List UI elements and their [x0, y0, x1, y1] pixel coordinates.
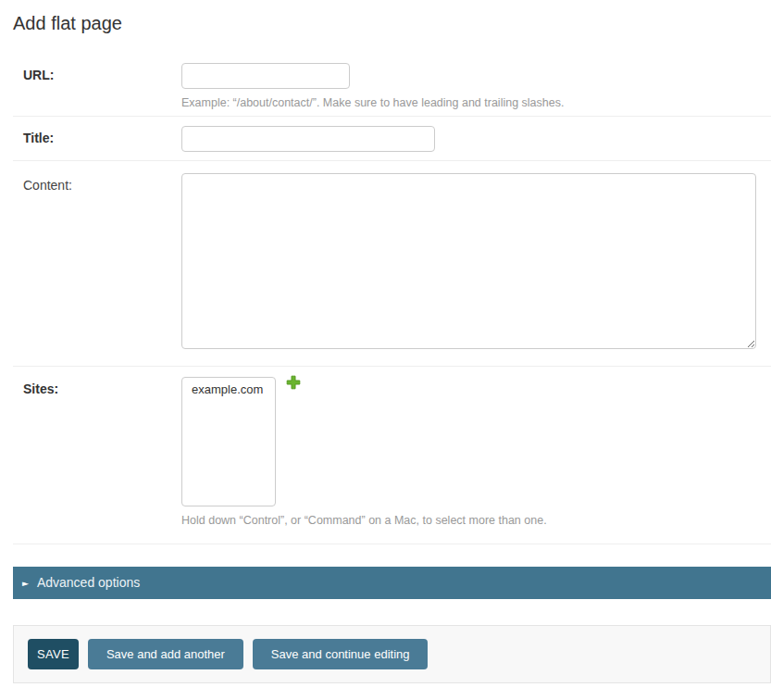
submit-row: SAVE Save and add another Save and conti…	[13, 625, 771, 683]
url-input[interactable]	[181, 63, 350, 89]
save-and-continue-editing-button[interactable]: Save and continue editing	[253, 639, 429, 669]
title-field	[181, 126, 435, 152]
sites-help-text: Hold down “Control”, or “Command” on a M…	[181, 513, 547, 528]
url-help-text: Example: “/about/contact/”. Make sure to…	[181, 95, 564, 110]
sites-select[interactable]: example.com	[181, 377, 276, 506]
sites-field: example.com Hold down “Control”, or “Com…	[181, 377, 547, 528]
url-label: URL:	[23, 63, 181, 82]
content-area: Add flat page URL: Example: “/about/cont…	[13, 0, 771, 683]
add-site-button[interactable]	[286, 375, 301, 390]
title-input[interactable]	[181, 126, 435, 152]
page-title: Add flat page	[13, 0, 771, 34]
save-button[interactable]: SAVE	[28, 639, 79, 669]
title-label: Title:	[23, 126, 181, 145]
form-row-url: URL: Example: “/about/contact/”. Make su…	[13, 48, 771, 117]
form-row-title: Title:	[13, 117, 771, 161]
plus-icon	[286, 375, 301, 390]
sites-label: Sites:	[23, 377, 181, 396]
content-field	[181, 173, 756, 349]
form-row-content: Content:	[13, 161, 771, 367]
collapse-arrow-icon: ►	[22, 575, 29, 592]
flatpage-form: URL: Example: “/about/contact/”. Make su…	[13, 48, 771, 683]
content-label: Content:	[23, 173, 181, 193]
content-textarea[interactable]	[181, 173, 756, 349]
advanced-options-toggle[interactable]: ►Advanced options	[13, 567, 771, 599]
form-module: URL: Example: “/about/contact/”. Make su…	[13, 48, 771, 544]
form-row-sites: Sites: example.com Hold down “Control”, …	[13, 367, 771, 544]
url-field: Example: “/about/contact/”. Make sure to…	[181, 63, 564, 110]
advanced-options-label: Advanced options	[37, 575, 140, 590]
save-and-add-another-button[interactable]: Save and add another	[88, 639, 243, 669]
